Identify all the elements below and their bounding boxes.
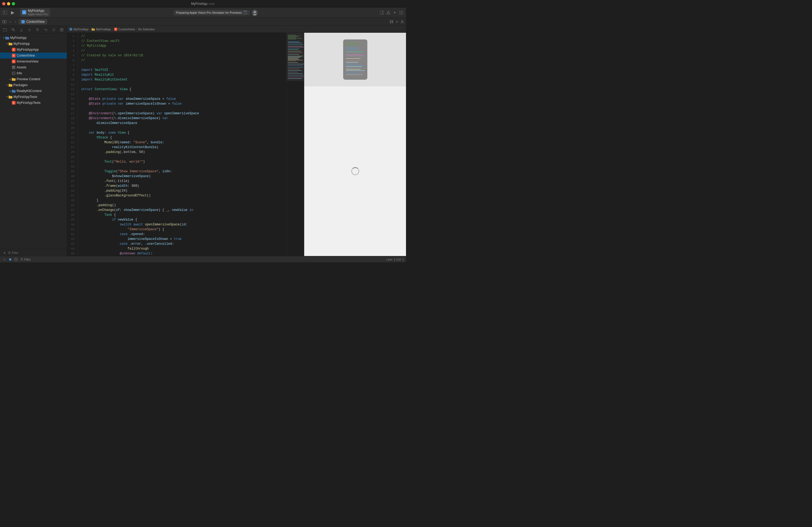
build-status-text: Preparing Apple Vision Pro Simulator for…: [176, 11, 242, 14]
svg-rect-72: [346, 44, 361, 44]
line-wrap-icon[interactable]: ≡: [394, 19, 400, 25]
sidebar-item-realitykitcontent[interactable]: RealityKitContent: [0, 88, 67, 94]
sidebar-item-myfirstapptests-file[interactable]: S MyFirstAppTests: [0, 100, 67, 106]
sidebar-item-myfirstapp-group[interactable]: MyFirstApp: [0, 41, 67, 47]
code-line: fallthrough: [81, 246, 287, 251]
sidebar-item-info[interactable]: i Info: [0, 70, 67, 76]
assets-icon: [12, 65, 16, 69]
navigator-debug-icon[interactable]: [35, 27, 41, 33]
tab-forward-button[interactable]: ›: [13, 19, 18, 25]
folder-icon: [9, 95, 12, 99]
svg-rect-13: [2, 20, 4, 23]
folder-blue-icon: [12, 89, 16, 93]
tab-group-toggle[interactable]: [1, 18, 8, 25]
code-line: }: [81, 198, 287, 203]
status-filter-area[interactable]: Filter: [20, 258, 31, 261]
build-status-indicator[interactable]: Preparing Apple Vision Pro Simulator for…: [173, 10, 250, 15]
sidebar-bottom: +: [0, 249, 67, 256]
code-editor[interactable]: 1234567891011121314151617181920212223242…: [67, 33, 287, 256]
breadcrumb-item-1[interactable]: MyFirstApp: [91, 28, 111, 31]
scheme-selector[interactable]: A MyFirstApp Apple Vision Pro: [20, 8, 50, 16]
breadcrumb-sep-2: ›: [136, 28, 137, 31]
minimize-button[interactable]: [7, 2, 10, 5]
folder-blue-icon: [5, 36, 9, 40]
sidebar-item-previewcontent-label: Preview Content: [17, 77, 40, 81]
breadcrumb-item-0[interactable]: MyFirstApp: [69, 28, 89, 31]
authors-icon[interactable]: [400, 19, 405, 25]
sidebar-item-assets[interactable]: Assets: [0, 64, 67, 70]
swift-file-icon: S: [12, 48, 16, 51]
main-layout: △ ◇ ⌥ ⬡ MyFirstApp: [0, 26, 406, 256]
svg-point-6: [388, 11, 389, 12]
status-add-button[interactable]: +: [2, 257, 7, 262]
svg-line-10: [388, 12, 389, 13]
navigator-test-icon[interactable]: ◇: [26, 27, 32, 33]
svg-rect-0: [3, 11, 7, 14]
minimap-toggle-icon[interactable]: [389, 19, 394, 25]
code-line: [81, 164, 287, 169]
close-button[interactable]: [2, 2, 5, 5]
svg-rect-33: [70, 28, 72, 31]
sidebar-item-myfirstapp-root[interactable]: MyFirstApp: [0, 35, 67, 41]
navigator-search-icon[interactable]: [10, 27, 16, 33]
status-clock-button[interactable]: [13, 257, 18, 262]
sidebar-item-immersiveview-label: ImmersiveView: [17, 60, 39, 63]
code-line: [81, 125, 287, 131]
svg-rect-27: [14, 67, 15, 69]
inspector-toggle-icon[interactable]: [379, 10, 385, 15]
sidebar-item-immersiveview[interactable]: S ImmersiveView: [0, 59, 67, 64]
status-filter-label: Filter: [24, 258, 31, 261]
navigator-warning-icon[interactable]: △: [18, 27, 24, 33]
sidebar-item-myfirstapptests-group[interactable]: MyFirstAppTests: [0, 94, 67, 100]
svg-rect-24: [13, 66, 13, 67]
run-button[interactable]: ▶: [10, 10, 16, 16]
code-line: Model3D(named: "Scene", bundle:: [81, 140, 287, 145]
tab-bar: ‹ › ContentView ≡: [0, 18, 406, 26]
sidebar-filter-input[interactable]: [12, 251, 65, 254]
code-line: .onChange(of: showImmersiveSpace) { _, n…: [81, 208, 287, 212]
status-left: + Filter: [2, 257, 31, 262]
source-control-icon[interactable]: [386, 10, 391, 15]
svg-point-91: [21, 258, 23, 260]
title-bar: MyFirstApp main: [0, 0, 406, 7]
chevron-icon: [5, 42, 9, 45]
svg-rect-71: [346, 42, 355, 43]
svg-rect-85: [346, 70, 365, 71]
code-line: .frame(width: 360): [81, 183, 287, 189]
tab-back-button[interactable]: ‹: [8, 19, 13, 25]
navigator-report-icon[interactable]: [59, 27, 65, 33]
sidebar-item-previewcontent[interactable]: Preview Content: [0, 76, 67, 82]
split-view-icon[interactable]: [398, 10, 404, 15]
tab-contentview[interactable]: ContentView: [19, 19, 47, 25]
sidebar-item-packages[interactable]: Packages: [0, 82, 67, 88]
breadcrumb-item-3[interactable]: No Selection: [138, 28, 155, 31]
sidebar-item-myfirstappapp-label: MyFirstAppApp: [17, 48, 39, 51]
toolbar-left: [2, 10, 8, 15]
tab-label: ContentView: [26, 20, 45, 24]
code-line: $showImmersiveSpace): [81, 174, 287, 179]
add-tab-icon[interactable]: +: [392, 10, 397, 15]
toolbar: ▶ A MyFirstApp Apple Vision Pro Preparin…: [0, 7, 406, 18]
code-line: //: [81, 58, 287, 63]
preview-thumbnail: [304, 33, 406, 86]
breadcrumb-sep-0: ›: [90, 28, 91, 31]
svg-rect-70: [343, 40, 367, 80]
sidebar-toggle-icon[interactable]: [2, 10, 8, 15]
navigator-folder-icon[interactable]: [2, 27, 8, 33]
scheme-app-icon: A: [22, 10, 26, 15]
sidebar-item-myfirstappapp[interactable]: S MyFirstAppApp: [0, 47, 67, 52]
scheme-name: MyFirstApp: [28, 9, 48, 13]
svg-rect-78: [346, 56, 365, 56]
build-status-area: Preparing Apple Vision Pro Simulator for…: [162, 10, 269, 16]
sidebar-item-contentview[interactable]: S ContentView: [0, 52, 67, 59]
maximize-button[interactable]: [12, 2, 15, 5]
swift-file-icon: S: [12, 101, 16, 105]
sidebar-item-myfirstapp-group-label: MyFirstApp: [13, 42, 30, 46]
navigator-bookmark-icon[interactable]: ⌥: [43, 27, 48, 33]
add-file-button[interactable]: +: [2, 250, 7, 255]
navigator-breakpoint-icon[interactable]: ⬡: [51, 27, 57, 33]
breadcrumb-item-2[interactable]: S ContentView: [114, 28, 135, 31]
user-avatar-icon[interactable]: [252, 10, 258, 16]
sidebar-toolbar: △ ◇ ⌥ ⬡: [0, 26, 67, 34]
code-line: .padding(24): [81, 189, 287, 193]
